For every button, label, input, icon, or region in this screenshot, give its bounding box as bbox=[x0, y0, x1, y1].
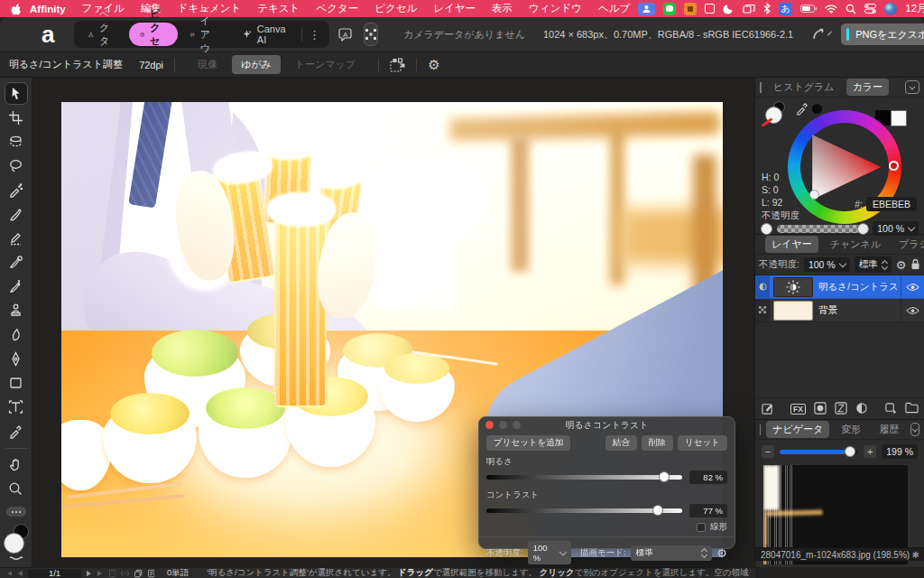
develop-persona-button[interactable]: 現像 bbox=[189, 55, 226, 74]
dialog-title-bar[interactable]: 明るさコントラスト bbox=[479, 417, 735, 433]
blend-mode-select[interactable]: 標準 bbox=[855, 256, 892, 273]
rectangle-tool[interactable] bbox=[5, 371, 28, 394]
persona-canva-ai[interactable]: Canva AI bbox=[231, 23, 300, 46]
persona-overflow-button[interactable]: ⋮ bbox=[303, 28, 326, 42]
line-app-icon[interactable] bbox=[663, 3, 676, 15]
menu-text[interactable]: テキスト bbox=[249, 2, 308, 15]
bluetooth-icon[interactable] bbox=[763, 3, 771, 14]
spotlight-icon[interactable] bbox=[845, 4, 856, 14]
page-indicator[interactable]: 1/1 bbox=[28, 569, 81, 578]
frame-text-tool[interactable] bbox=[5, 396, 28, 418]
adjustment-layer-button[interactable] bbox=[835, 402, 847, 416]
tab-layers[interactable]: レイヤー bbox=[765, 236, 818, 253]
contrast-value-field[interactable]: 77 % bbox=[689, 504, 727, 517]
mirroring-icon[interactable] bbox=[743, 4, 755, 14]
smudge-tool[interactable] bbox=[5, 323, 28, 346]
duplicate-icon[interactable] bbox=[134, 569, 142, 578]
pen-tool[interactable] bbox=[5, 347, 28, 369]
menu-window[interactable]: ウィンドウ bbox=[521, 2, 590, 15]
gear-icon[interactable]: ⚙ bbox=[428, 58, 439, 71]
export-png-button[interactable]: PNGをエクスポート bbox=[841, 23, 924, 45]
menu-affinity[interactable]: Affinity bbox=[22, 4, 74, 14]
layer-row-background[interactable]: 背景 bbox=[755, 299, 924, 322]
gear-icon[interactable]: ⚙ bbox=[716, 547, 727, 559]
opacity-swatch[interactable] bbox=[761, 223, 772, 235]
hue-selector[interactable] bbox=[889, 161, 899, 171]
opacity-slider[interactable] bbox=[777, 225, 868, 233]
layer-opacity-dropdown[interactable]: 100 % bbox=[804, 257, 850, 272]
battery-icon[interactable] bbox=[800, 5, 817, 13]
color-selector[interactable] bbox=[3, 524, 30, 554]
screenshot-app-icon[interactable] bbox=[684, 3, 697, 15]
panel-menu-button[interactable] bbox=[905, 80, 919, 94]
reset-button[interactable]: リセット bbox=[678, 435, 727, 451]
apple-icon[interactable] bbox=[11, 3, 22, 15]
live-filter-button[interactable] bbox=[855, 402, 868, 416]
chevron-down-icon[interactable] bbox=[827, 31, 832, 35]
hardware-acceleration-icon[interactable] bbox=[811, 27, 826, 42]
burn-brush-tool[interactable] bbox=[5, 275, 28, 297]
contrast-slider-handle[interactable] bbox=[652, 505, 663, 516]
link-pages-icon[interactable] bbox=[121, 570, 129, 577]
layer-visibility-toggle[interactable] bbox=[901, 275, 924, 298]
panel-grip[interactable] bbox=[760, 424, 761, 435]
paint-brush-tool[interactable] bbox=[5, 202, 28, 225]
tab-channels[interactable]: チャンネル bbox=[824, 236, 887, 253]
menu-help[interactable]: ヘルプ bbox=[590, 2, 638, 15]
add-page-icon[interactable] bbox=[109, 569, 116, 578]
foreground-color-swatch[interactable] bbox=[4, 533, 24, 554]
more-tools-button[interactable] bbox=[6, 507, 26, 517]
panel-grip[interactable] bbox=[760, 82, 762, 93]
lock-icon[interactable] bbox=[910, 258, 920, 272]
pixel-pencil-tool[interactable] bbox=[5, 227, 28, 249]
persona-pixel[interactable]: ピクセル bbox=[129, 23, 178, 46]
brightness-slider-handle[interactable] bbox=[659, 471, 670, 482]
clone-stamp-tool[interactable] bbox=[5, 299, 28, 322]
zoom-in-button[interactable]: + bbox=[864, 445, 876, 458]
control-center-icon[interactable] bbox=[864, 4, 876, 14]
word-count-icon[interactable] bbox=[148, 569, 154, 578]
menu-pixel[interactable]: ピクセル bbox=[366, 2, 425, 15]
hand-tool[interactable] bbox=[5, 453, 28, 476]
add-pixel-layer-button[interactable] bbox=[884, 402, 897, 416]
input-source-badge[interactable]: あ bbox=[779, 3, 792, 15]
swap-colors-icon[interactable] bbox=[5, 554, 28, 566]
color-picker-icon[interactable] bbox=[795, 101, 809, 117]
menu-view[interactable]: 表示 bbox=[484, 2, 521, 15]
moon-icon[interactable] bbox=[723, 3, 735, 14]
zoom-tool[interactable] bbox=[5, 478, 28, 500]
window-outline-icon[interactable] bbox=[705, 4, 715, 14]
hex-value-field[interactable]: EBEBEB bbox=[866, 197, 917, 211]
dialog-opacity-dropdown[interactable]: 100 % bbox=[528, 541, 571, 564]
tab-color[interactable]: カラー bbox=[846, 79, 890, 96]
previous-page-icon[interactable] bbox=[17, 570, 23, 577]
brightness-slider[interactable] bbox=[486, 475, 682, 480]
next-page-icon[interactable] bbox=[87, 570, 92, 577]
assistant-button[interactable]: A bbox=[338, 23, 355, 46]
adjustment-layer-thumbnail[interactable] bbox=[773, 277, 813, 297]
first-page-icon[interactable] bbox=[5, 570, 12, 577]
mask-layer-button[interactable] bbox=[814, 402, 827, 416]
layer-effects-button[interactable]: FX bbox=[790, 404, 806, 415]
zoom-out-button[interactable]: − bbox=[762, 445, 774, 458]
last-page-icon[interactable] bbox=[97, 570, 104, 577]
layer-row-adjustment[interactable]: 明るさ/コントラスト調整 bbox=[755, 275, 924, 299]
healing-brush-tool[interactable] bbox=[5, 179, 28, 201]
white-swatch[interactable] bbox=[891, 110, 907, 126]
gear-icon[interactable]: ⚙ bbox=[896, 259, 907, 271]
panel-menu-button[interactable] bbox=[910, 423, 919, 436]
merge-button[interactable]: 結合 bbox=[605, 435, 637, 451]
brightness-value-field[interactable]: 82 % bbox=[689, 471, 727, 484]
opacity-value-dropdown[interactable]: 100 % bbox=[873, 221, 919, 236]
tab-history[interactable]: 履歴 bbox=[873, 421, 905, 438]
opacity-slider-handle[interactable] bbox=[857, 223, 869, 235]
menu-layer[interactable]: レイヤー bbox=[425, 2, 484, 15]
tab-transform[interactable]: 変形 bbox=[835, 421, 867, 438]
zoom-slider[interactable] bbox=[780, 450, 858, 454]
wifi-icon[interactable] bbox=[825, 5, 837, 14]
screen-sharing-icon[interactable] bbox=[638, 3, 655, 15]
zoom-slider-handle[interactable] bbox=[845, 446, 855, 457]
move-tool[interactable] bbox=[5, 82, 28, 105]
snapping-grid-button[interactable] bbox=[364, 23, 378, 46]
background-layer-thumbnail[interactable] bbox=[773, 301, 813, 321]
